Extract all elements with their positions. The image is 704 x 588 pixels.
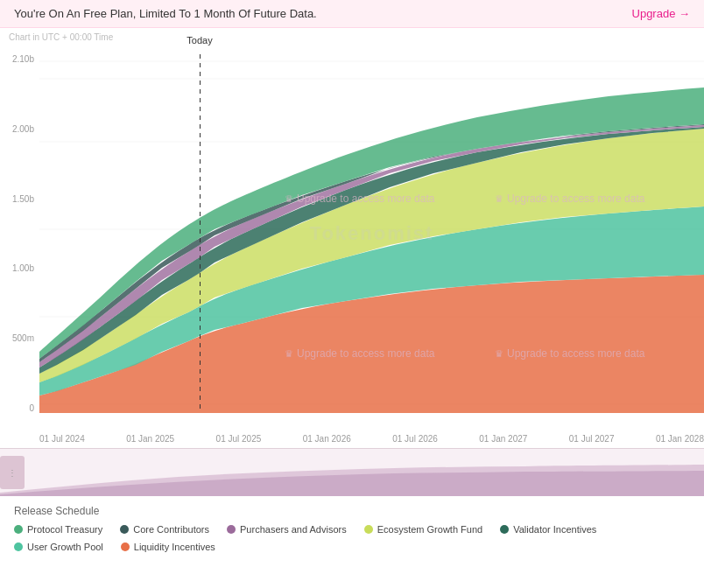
legend-section: Release Schedule Protocol Treasury Core … [0,496,704,561]
x-label-jul2026: 01 Jul 2026 [392,434,438,444]
chart-svg [39,54,704,413]
banner-text: You're On An Free Plan, Limited To 1 Mon… [14,7,317,20]
y-label-150b: 1.50b [12,194,34,204]
legend-item-liquidity: Liquidity Incentives [121,542,215,552]
y-label-200b: 2.00b [12,124,34,134]
legend-dot-purchasers [227,525,236,534]
x-label-jul2025: 01 Jul 2025 [216,434,262,444]
x-label-jan2028: 01 Jan 2028 [656,434,704,444]
legend-label-core-contributors: Core Contributors [133,524,209,535]
legend-label-liquidity: Liquidity Incentives [134,542,215,552]
today-line [200,54,201,413]
legend-label-purchasers: Purchasers and Advisors [240,524,347,535]
chart-subtitle: Chart in UTC + 00:00 Time [9,32,113,42]
legend-item-purchasers: Purchasers and Advisors [227,524,347,535]
legend-dot-core-contributors [120,525,129,534]
legend-dot-ecosystem [364,525,373,534]
y-label-210b: 2.10b [12,54,34,64]
x-label-jan2025: 01 Jan 2025 [126,434,174,444]
handle-icon: ⋮ [8,468,17,478]
y-label-0: 0 [29,403,34,413]
main-chart: Chart in UTC + 00:00 Time 2.10b 2.00b 1.… [0,28,704,448]
x-label-jan2026: 01 Jan 2026 [303,434,351,444]
x-label-jul2024: 01 Jul 2024 [39,434,85,444]
legend-dot-validator [500,525,509,534]
upgrade-banner: You're On An Free Plan, Limited To 1 Mon… [0,0,704,28]
legend-items: Protocol Treasury Core Contributors Purc… [14,524,690,552]
legend-label-ecosystem: Ecosystem Growth Fund [377,524,482,535]
legend-dot-liquidity [121,542,130,551]
today-label: Today [187,35,212,46]
legend-label-validator: Validator Incentives [513,524,596,535]
chart-area: Today ♛ Upgrade to access more data ♛ Up… [39,54,704,413]
legend-dot-user-growth [14,542,23,551]
upgrade-button[interactable]: Upgrade → [632,7,690,20]
legend-item-ecosystem: Ecosystem Growth Fund [364,524,482,535]
legend-label-user-growth: User Growth Pool [27,542,103,552]
x-axis: 01 Jul 2024 01 Jan 2025 01 Jul 2025 01 J… [39,434,704,444]
y-label-100b: 1.00b [12,263,34,273]
legend-item-protocol-treasury: Protocol Treasury [14,524,102,535]
mini-chart: ⋮ [0,448,704,496]
legend-item-validator: Validator Incentives [500,524,596,535]
legend-item-user-growth: User Growth Pool [14,542,103,552]
legend-label-protocol-treasury: Protocol Treasury [27,524,102,535]
y-axis: 2.10b 2.00b 1.50b 1.00b 500m 0 [0,54,39,413]
y-label-500m: 500m [12,333,34,343]
legend-dot-protocol-treasury [14,525,23,534]
legend-title: Release Schedule [14,505,690,517]
x-label-jan2027: 01 Jan 2027 [479,434,527,444]
x-label-jul2027: 01 Jul 2027 [569,434,615,444]
mini-chart-svg [0,449,704,496]
mini-chart-handle[interactable]: ⋮ [0,456,25,489]
legend-item-core-contributors: Core Contributors [120,524,209,535]
